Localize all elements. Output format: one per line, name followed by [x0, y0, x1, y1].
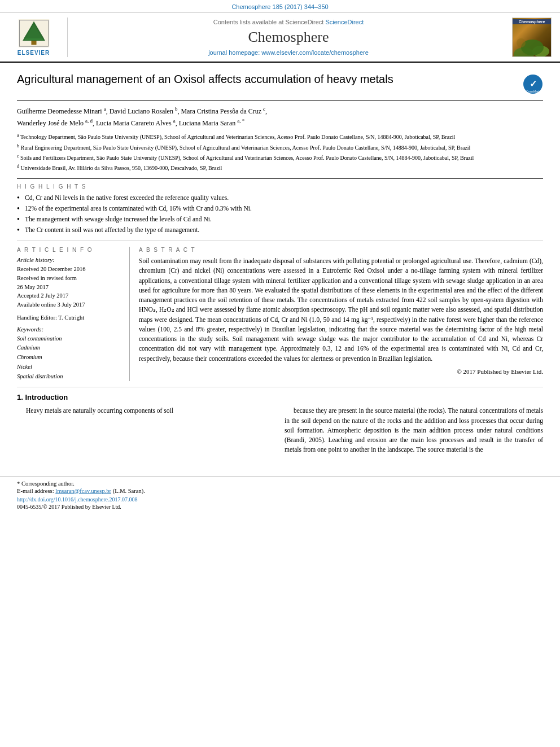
intro-two-col: Heavy metals are naturally occurring com… [17, 406, 543, 459]
abstract-paragraph: Soil contamination may result from the i… [139, 256, 543, 364]
affiliation-d: d Universidade Brasil, Av. Hilário da Si… [17, 163, 543, 172]
keyword-2: Cadmium [17, 343, 123, 353]
journal-name: Chemosphere [248, 29, 329, 46]
sciencedirect-link[interactable]: ScienceDirect [325, 19, 364, 25]
introduction-section: 1. Introduction Heavy metals are natural… [17, 393, 543, 459]
keyword-4: Nickel [17, 362, 123, 372]
corresponding-note: * Corresponding author. [17, 480, 543, 487]
highlight-4: The Cr content in soil was not affected … [17, 225, 543, 234]
intro-col1: Heavy metals are naturally occurring com… [17, 406, 275, 459]
accepted-date: Accepted 2 July 2017 [17, 291, 123, 300]
affiliation-b: b Rural Engineering Department, São Paul… [17, 143, 543, 152]
intro-col2-paragraph: because they are present in the source m… [285, 406, 543, 455]
svg-point-9 [517, 38, 526, 47]
keyword-1: Soil contamination [17, 334, 123, 344]
journal-header: ELSEVIER Contents lists available at Sci… [0, 13, 560, 63]
footer-email-line: E-mail address: lmsaran@fcav.unesp.br (L… [17, 488, 543, 494]
author-wanderley: Wanderley José de Melo a, d, Lucia Maria… [17, 119, 244, 127]
page-footer: * Corresponding author. E-mail address: … [0, 477, 560, 514]
intro-title: 1. Introduction [17, 393, 543, 401]
sciencedirect-line: Contents lists available at ScienceDirec… [213, 19, 364, 25]
article-history-label: Article history: [17, 256, 123, 263]
highlight-1: Cd, Cr and Ni levels in the native fores… [17, 193, 543, 202]
keyword-5: Spatial distribution [17, 372, 123, 382]
svg-text:✓: ✓ [530, 79, 537, 89]
citation-text: Chemosphere 185 (2017) 344–350 [231, 3, 328, 10]
affiliation-c: c Soils and Fertilizers Department, São … [17, 153, 543, 162]
intro-col2-text: because they are present in the source m… [285, 406, 543, 455]
highlight-3: The management with sewage sludge increa… [17, 215, 543, 224]
author-guilherme: Guilherme Deomedesse Minari a, David Luc… [17, 107, 267, 115]
main-content: Agricultural management of an Oxisol aff… [0, 63, 560, 465]
keywords-label: Keywords: [17, 326, 123, 333]
elsevier-text: ELSEVIER [17, 50, 51, 56]
journal-header-center: Contents lists available at ScienceDirec… [73, 18, 504, 57]
keyword-3: Chromium [17, 353, 123, 362]
intro-col1-text: Heavy metals are naturally occurring com… [17, 406, 275, 416]
svg-text:CrossMark: CrossMark [526, 90, 540, 93]
elsevier-logo-section: ELSEVIER [6, 18, 68, 57]
footer-copyright: 0045-6535/© 2017 Published by Elsevier L… [17, 504, 543, 510]
intro-col1-paragraph: Heavy metals are naturally occurring com… [17, 406, 275, 416]
article-info-col: A R T I C L E I N F O Article history: R… [17, 247, 130, 381]
journal-homepage: journal homepage: www.elsevier.com/locat… [208, 49, 369, 56]
homepage-url[interactable]: www.elsevier.com/locate/chemosphere [261, 49, 369, 56]
journal-thumbnail: Chemosphere [512, 18, 552, 57]
highlight-2: 12% of the experimental area is contamin… [17, 204, 543, 213]
highlights-label: H I G H L I G H T S [17, 184, 543, 190]
abstract-col: A B S T R A C T Soil contamination may r… [139, 247, 543, 381]
homepage-label: journal homepage: [208, 49, 260, 56]
tree-icon [17, 19, 51, 47]
article-dates: Received 20 December 2016 Received in re… [17, 265, 123, 309]
received-revised-date: 26 May 2017 [17, 283, 123, 292]
keywords-list: Soil contamination Cadmium Chromium Nick… [17, 334, 123, 382]
email-suffix: (L.M. Saran). [113, 488, 145, 494]
handling-editor: Handling Editor: T. Cutright [17, 314, 123, 322]
affiliation-a: a Technology Department, São Paulo State… [17, 132, 543, 141]
copyright-line: © 2017 Published by Elsevier Ltd. [139, 367, 543, 377]
crossmark-logo[interactable]: ✓ CrossMark [523, 74, 543, 94]
article-title-section: Agricultural management of an Oxisol aff… [17, 72, 543, 101]
elsevier-logo: ELSEVIER [17, 19, 51, 56]
page: Chemosphere 185 (2017) 344–350 ELSEVIER [0, 0, 560, 747]
sciencedirect-prefix: Contents lists available at ScienceDirec… [213, 19, 324, 25]
journal-citation-bar: Chemosphere 185 (2017) 344–350 [0, 0, 560, 13]
article-info-label: A R T I C L E I N F O [17, 247, 123, 253]
article-title: Agricultural management of an Oxisol aff… [17, 72, 523, 86]
abstract-text: Soil contamination may result from the i… [139, 256, 543, 376]
info-abstract-section: A R T I C L E I N F O Article history: R… [17, 247, 543, 387]
corresponding-label: * Corresponding author. [17, 480, 75, 487]
thumbnail-label: Chemosphere [513, 19, 551, 24]
available-date: Available online 3 July 2017 [17, 300, 123, 309]
authors-section: Guilherme Deomedesse Minari a, David Luc… [17, 105, 543, 129]
doi-link[interactable]: http://dx.doi.org/10.1016/j.chemosphere.… [17, 496, 543, 503]
thumbnail-image [513, 26, 552, 57]
affiliations: a Technology Department, São Paulo State… [17, 132, 543, 178]
received-date: Received 20 December 2016 [17, 265, 123, 274]
received-revised-label: Received in revised form [17, 274, 123, 283]
journal-thumbnail-section: Chemosphere [509, 18, 554, 57]
intro-col2: because they are present in the source m… [285, 406, 543, 459]
abstract-label: A B S T R A C T [139, 247, 543, 253]
handling-editor-text: Handling Editor: T. Cutright [17, 314, 84, 321]
highlights-section: H I G H L I G H T S Cd, Cr and Ni levels… [17, 184, 543, 241]
email-label: E-mail address: [17, 488, 54, 494]
email-address[interactable]: lmsaran@fcav.unesp.br [55, 488, 111, 494]
